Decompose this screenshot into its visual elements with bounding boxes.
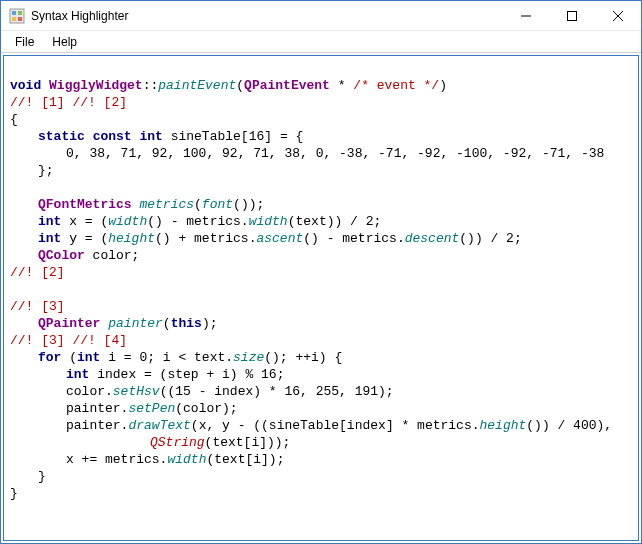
code-line: } [10,486,18,501]
code-line: //! [3] [10,299,65,314]
code-line: painter.setPen(color); [10,401,238,416]
maximize-button[interactable] [549,1,595,30]
code-line: int x = (width() - metrics.width(text)) … [10,214,381,229]
code-line: { [10,112,18,127]
menu-help[interactable]: Help [44,33,85,51]
code-line: }; [10,163,54,178]
window-controls [503,1,641,30]
code-line: for (int i = 0; i < text.size(); ++i) { [10,350,342,365]
menubar: File Help [1,31,641,53]
code-line: QColor color; [10,248,139,263]
menu-file[interactable]: File [7,33,42,51]
titlebar: Syntax Highlighter [1,1,641,31]
code-line: 0, 38, 71, 92, 100, 92, 71, 38, 0, -38, … [10,146,604,161]
svg-rect-3 [12,17,16,21]
code-line: //! [2] [10,265,65,280]
svg-rect-2 [18,11,22,15]
code-line: QString(text[i])); [10,435,290,450]
code-line: QFontMetrics metrics(font()); [10,197,264,212]
svg-rect-1 [12,11,16,15]
minimize-button[interactable] [503,1,549,30]
code-line: } [10,469,46,484]
svg-rect-4 [18,17,22,21]
app-icon [9,8,25,24]
close-button[interactable] [595,1,641,30]
code-line: //! [1] //! [2] [10,95,127,110]
code-line: painter.drawText(x, y - ((sineTable[inde… [10,418,612,433]
code-line: color.setHsv((15 - index) * 16, 255, 191… [10,384,394,399]
code-line: //! [3] //! [4] [10,333,127,348]
code-line: QPainter painter(this); [10,316,217,331]
code-line: int index = (step + i) % 16; [10,367,284,382]
svg-rect-6 [568,11,577,20]
code-line: int y = (height() + metrics.ascent() - m… [10,231,522,246]
code-editor[interactable]: void WigglyWidget::paintEvent(QPaintEven… [3,55,639,541]
code-line: void WigglyWidget::paintEvent(QPaintEven… [10,78,447,93]
code-line: x += metrics.width(text[i]); [10,452,284,467]
window-title: Syntax Highlighter [31,9,503,23]
code-line: static const int sineTable[16] = { [10,129,303,144]
